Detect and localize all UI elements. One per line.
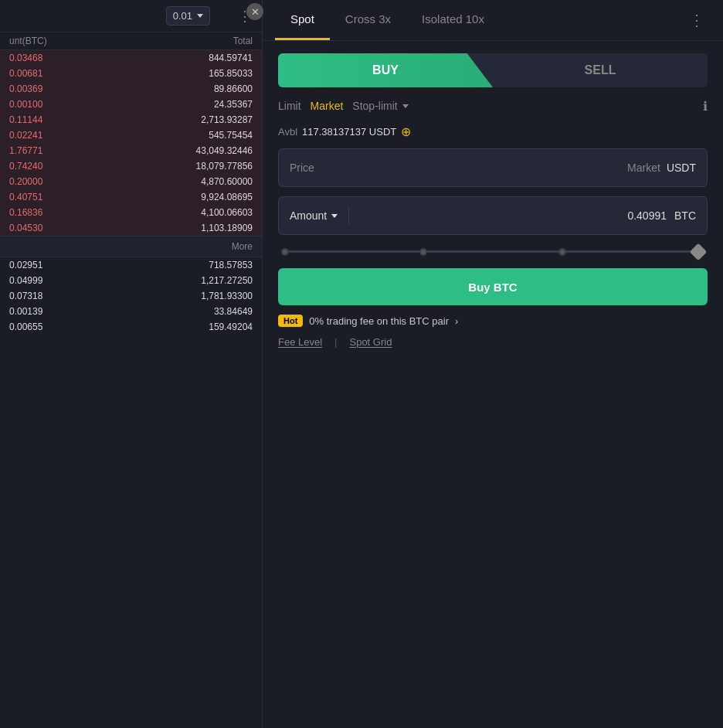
amount-value: 0.40991 [360, 209, 667, 222]
table-row[interactable]: 0.04530 1,103.18909 [0, 220, 262, 236]
slider-dot-25 [419, 248, 427, 256]
slider-dots [281, 248, 704, 256]
trade-type-tabs: Spot Cross 3x Isolated 10x ⋮ [263, 0, 723, 41]
amount-label: Amount [290, 209, 327, 222]
close-button[interactable]: ✕ [246, 3, 263, 20]
table-row[interactable]: 0.00369 89.86600 [0, 81, 262, 97]
table-row[interactable]: 0.00100 24.35367 [0, 97, 262, 112]
amount-chevron-icon [331, 214, 338, 218]
fee-level-link[interactable]: Fee Level [278, 336, 322, 348]
bottom-links: Fee Level | Spot Grid [278, 336, 708, 351]
order-book-header-row: unt(BTC) Total [0, 32, 262, 50]
price-field[interactable]: Price Market USDT [278, 148, 708, 187]
table-row[interactable]: 0.00139 33.84649 [0, 304, 262, 319]
spot-grid-link[interactable]: Spot Grid [349, 336, 392, 348]
price-value-unit: Market USDT [627, 162, 696, 174]
table-row[interactable]: 0.00655 159.49204 [0, 319, 262, 335]
more-divider: More [0, 236, 262, 257]
tab-stop-limit[interactable]: Stop-limit [352, 97, 417, 115]
amount-divider [348, 206, 349, 225]
hot-promo-row: Hot 0% trading fee on this BTC pair › [278, 315, 708, 327]
table-row[interactable]: 0.11144 2,713.93287 [0, 112, 262, 128]
total-col-header: Total [131, 36, 253, 46]
slider-track [281, 250, 704, 253]
order-book-panel: 0.01 ⋮ ✕ unt(BTC) Total 0.03468 844.5974… [0, 0, 263, 728]
order-book-header: 0.01 ⋮ ✕ [0, 0, 262, 32]
order-type-tabs: Limit Market Stop-limit ℹ [278, 97, 708, 115]
table-row[interactable]: 0.02241 545.75454 [0, 128, 262, 143]
table-row[interactable]: 0.02951 718.57853 [0, 257, 262, 273]
price-unit: USDT [667, 162, 696, 174]
hot-arrow-icon[interactable]: › [455, 315, 458, 327]
trade-tab-more-icon[interactable]: ⋮ [683, 5, 711, 36]
amount-selector[interactable]: Amount [290, 209, 338, 222]
decimal-selector[interactable]: 0.01 [166, 6, 210, 26]
table-row[interactable]: 1.76771 43,049.32446 [0, 143, 262, 158]
table-row[interactable]: 0.03468 844.59741 [0, 50, 262, 66]
avbl-label: Avbl [278, 126, 297, 138]
table-row[interactable]: 0.74240 18,079.77856 [0, 158, 262, 174]
hot-promo-text: 0% trading fee on this BTC pair [309, 315, 449, 327]
table-row[interactable]: 0.16836 4,100.06603 [0, 205, 262, 220]
amount-unit: BTC [674, 209, 696, 222]
avbl-add-icon[interactable]: ⊕ [401, 124, 411, 139]
buy-button[interactable]: BUY [278, 53, 493, 87]
price-value: Market [627, 162, 660, 174]
table-row[interactable]: 0.00681 165.85033 [0, 66, 262, 81]
tab-isolated-10x[interactable]: Isolated 10x [406, 0, 500, 40]
order-book-table: unt(BTC) Total 0.03468 844.59741 0.00681… [0, 32, 262, 728]
decimal-chevron-icon [197, 14, 203, 18]
amount-col-header: unt(BTC) [9, 36, 131, 46]
slider-handle[interactable] [690, 243, 708, 260]
table-row[interactable]: 0.20000 4,870.60000 [0, 174, 262, 189]
slider-dot-0 [281, 248, 289, 256]
tab-market[interactable]: Market [311, 97, 353, 115]
buy-action-button[interactable]: Buy BTC [278, 268, 708, 305]
decimal-value: 0.01 [173, 10, 192, 22]
table-row[interactable]: 0.40751 9,924.08695 [0, 189, 262, 205]
tab-spot[interactable]: Spot [275, 0, 330, 40]
buy-orders: 0.02951 718.57853 0.04999 1,217.27250 0.… [0, 257, 262, 335]
available-balance-row: Avbl 117.38137137 USDT ⊕ [278, 124, 708, 139]
avbl-amount: 117.38137137 USDT [302, 126, 396, 138]
trade-panel: Spot Cross 3x Isolated 10x ⋮ BUY SELL Li… [263, 0, 723, 728]
sell-button[interactable]: SELL [493, 53, 708, 87]
amount-slider[interactable] [278, 244, 708, 259]
table-row[interactable]: 0.04999 1,217.27250 [0, 273, 262, 288]
links-separator: | [334, 336, 337, 348]
sell-orders: 0.03468 844.59741 0.00681 165.85033 0.00… [0, 50, 262, 236]
table-row[interactable]: 0.07318 1,781.93300 [0, 288, 262, 304]
buy-sell-toggle: BUY SELL [278, 53, 708, 87]
slider-dot-50 [558, 248, 566, 256]
tab-limit[interactable]: Limit [278, 97, 311, 115]
hot-badge: Hot [278, 315, 303, 327]
tab-cross-3x[interactable]: Cross 3x [330, 0, 406, 40]
amount-field[interactable]: Amount 0.40991 BTC [278, 196, 708, 235]
stop-limit-chevron-icon [402, 104, 409, 108]
order-type-info-icon[interactable]: ℹ [703, 99, 708, 114]
trade-form: BUY SELL Limit Market Stop-limit ℹ Avbl … [263, 41, 723, 363]
price-label: Price [290, 162, 314, 174]
